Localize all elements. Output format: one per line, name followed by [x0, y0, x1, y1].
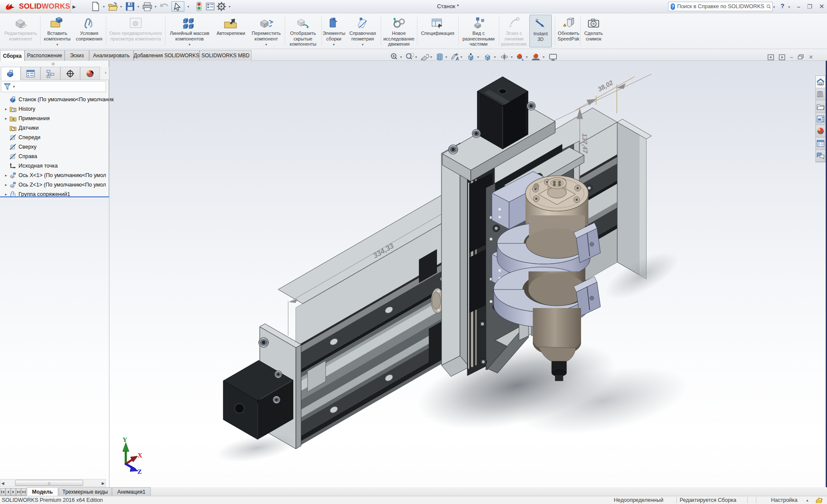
svg-text:A: A	[12, 117, 15, 121]
svg-text:!: !	[565, 24, 566, 27]
svg-text:38,02: 38,02	[597, 78, 615, 93]
svg-text:Y: Y	[123, 436, 127, 443]
svg-text:X: X	[138, 452, 143, 459]
svg-text:137,47: 137,47	[581, 134, 589, 154]
svg-text:A: A	[455, 56, 459, 61]
svg-text:Z: Z	[137, 468, 142, 475]
